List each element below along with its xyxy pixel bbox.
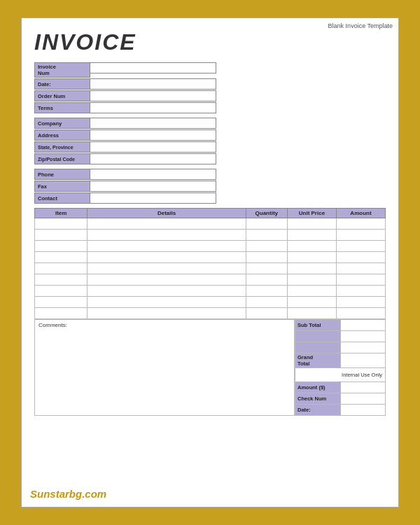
check-num-row: Check Num: [295, 393, 386, 405]
grand-total-value[interactable]: [341, 354, 386, 368]
field-row-zip: Zip/Postal Code: [34, 153, 216, 164]
table-row: [35, 263, 386, 274]
grand-total-label: GrandTotal: [295, 354, 341, 368]
subtotal-value[interactable]: [341, 320, 386, 331]
table-body: [35, 218, 386, 319]
field-row-fax: Fax: [34, 181, 216, 192]
label-company: Company: [34, 118, 90, 129]
check-num-value[interactable]: [341, 393, 386, 405]
bottom-section: Comments: Sub Total GrandTotal: [34, 319, 386, 416]
amount-label: Amount ($): [295, 382, 341, 393]
internal-use-label: Internal Use Only: [295, 368, 386, 382]
grand-total-row: GrandTotal: [295, 354, 386, 368]
table-header-row: Item Details Quantity Unit Price Amount: [35, 209, 386, 218]
field-row-state: State, Province: [34, 141, 216, 153]
label-zip: Zip/Postal Code: [34, 153, 90, 164]
value-fax[interactable]: [90, 181, 216, 192]
field-row-date: Date:: [34, 78, 216, 90]
value-date[interactable]: [90, 78, 216, 90]
invoice-title: INVOICE: [34, 29, 386, 55]
totals-blank-row-1: [295, 331, 386, 342]
amount-row: Amount ($): [295, 382, 386, 393]
comments-wrapper: Comments:: [34, 319, 295, 416]
th-details: Details: [88, 209, 246, 218]
label-order-num: Order Num: [34, 90, 90, 102]
value-state[interactable]: [90, 141, 216, 153]
table-row: [35, 308, 386, 319]
label-address: Address: [34, 130, 90, 141]
value-contact[interactable]: [90, 192, 216, 204]
invoice-info-section: InvoiceNum Date: Order Num Terms: [34, 62, 216, 113]
field-row-phone: Phone: [34, 169, 216, 180]
watermark: Sunstarbg.com: [30, 488, 106, 500]
table-row: [35, 218, 386, 230]
table-row: [35, 297, 386, 308]
totals-blank-row-2: [295, 342, 386, 354]
comments-area[interactable]: Comments:: [34, 319, 295, 416]
th-quantity: Quantity: [246, 209, 287, 218]
items-table: Item Details Quantity Unit Price Amount: [34, 208, 386, 319]
value-address[interactable]: [90, 130, 216, 141]
table-row: [35, 230, 386, 241]
label-invoice-num: InvoiceNum: [34, 62, 90, 78]
internal-use-row: Internal Use Only: [295, 368, 386, 382]
field-row-terms: Terms: [34, 102, 216, 113]
template-label: Blank Invoice Template: [328, 22, 393, 29]
label-fax: Fax: [34, 181, 90, 192]
field-row-company: Company: [34, 118, 216, 129]
table-row: [35, 274, 386, 286]
final-date-value[interactable]: [341, 405, 386, 416]
totals-area: Sub Total GrandTotal Internal Use Only: [295, 319, 386, 416]
subtotal-label: Sub Total: [295, 320, 341, 331]
value-company[interactable]: [90, 118, 216, 129]
final-date-label: Date:: [295, 405, 341, 416]
value-phone[interactable]: [90, 169, 216, 180]
amount-value[interactable]: [341, 382, 386, 393]
value-zip[interactable]: [90, 153, 216, 164]
contact-section: Phone Fax Contact: [34, 169, 216, 204]
table-row: [35, 286, 386, 297]
items-table-wrapper: Item Details Quantity Unit Price Amount: [34, 208, 386, 319]
value-invoice-num[interactable]: [90, 62, 216, 74]
totals-table: Sub Total GrandTotal Internal Use Only: [295, 319, 386, 416]
value-order-num[interactable]: [90, 90, 216, 102]
label-date: Date:: [34, 78, 90, 90]
totals-blank-label-2: [295, 342, 341, 354]
final-date-row: Date:: [295, 405, 386, 416]
label-contact: Contact: [34, 192, 90, 204]
value-terms[interactable]: [90, 102, 216, 113]
company-section: Company Address State, Province Zip/Post…: [34, 118, 216, 164]
table-row: [35, 241, 386, 252]
label-terms: Terms: [34, 102, 90, 113]
field-row-address: Address: [34, 130, 216, 141]
label-state: State, Province: [34, 141, 90, 153]
comments-label: Comments:: [38, 322, 67, 328]
check-num-label: Check Num: [295, 393, 341, 405]
subtotal-row: Sub Total: [295, 320, 386, 331]
th-item: Item: [35, 209, 88, 218]
table-row: [35, 252, 386, 263]
totals-blank-label-1: [295, 331, 341, 342]
invoice-page: Blank Invoice Template INVOICE InvoiceNu…: [21, 18, 399, 507]
th-amount: Amount: [336, 209, 385, 218]
field-row-invoice-num: InvoiceNum: [34, 62, 216, 78]
field-row-order-num: Order Num: [34, 90, 216, 102]
label-phone: Phone: [34, 169, 90, 180]
th-unit-price: Unit Price: [287, 209, 336, 218]
field-row-contact: Contact: [34, 192, 216, 204]
